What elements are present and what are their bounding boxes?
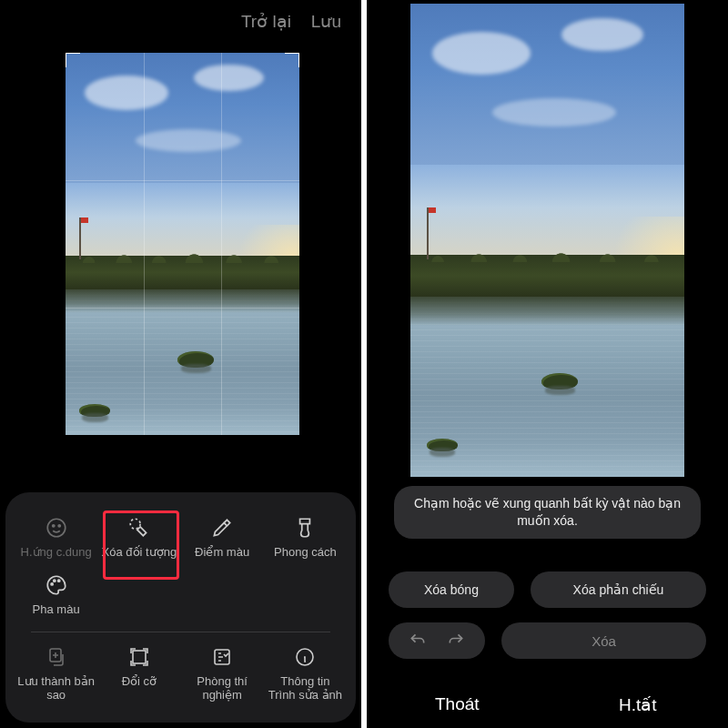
undo-button[interactable]	[409, 632, 427, 650]
tool-color-point[interactable]: Điểm màu	[181, 509, 264, 567]
footer: Thoát H.tất	[367, 694, 728, 715]
eyedropper-icon	[210, 516, 234, 540]
svg-point-6	[57, 580, 59, 581]
edit-screen: Trở lại Lưu	[0, 0, 364, 728]
palette-icon	[45, 573, 68, 597]
photo-canvas[interactable]	[410, 4, 684, 477]
action-row: Xóa bóng Xóa phản chiếu	[389, 571, 706, 608]
back-button[interactable]: Trở lại	[241, 11, 291, 32]
btn-remove-reflection[interactable]: Xóa phản chiếu	[531, 571, 706, 608]
btn-label: Đổi cỡ	[122, 674, 157, 689]
save-button[interactable]: Lưu	[311, 11, 341, 32]
btn-info[interactable]: Thông tin Trình sửa ảnh	[264, 638, 347, 710]
crop-handle-tl[interactable]	[66, 53, 80, 67]
hint-text: Chạm hoặc vẽ xung quanh bất kỳ vật nào b…	[394, 486, 701, 539]
photo-preview	[410, 4, 684, 477]
btn-save-copy[interactable]: Lưu thành bản sao	[15, 638, 97, 710]
resize-icon	[127, 645, 151, 669]
lab-icon	[210, 645, 234, 669]
brush-icon	[293, 516, 317, 540]
btn-label: Phòng thí nghiệm	[183, 674, 262, 703]
svg-point-5	[53, 580, 55, 581]
tool-label: Điểm màu	[195, 545, 249, 560]
svg-point-0	[47, 519, 66, 537]
tool-drawer: H.ứng c.dung Xóa đối tượng Điểm màu	[5, 492, 356, 723]
btn-delete[interactable]: Xóa	[501, 622, 706, 659]
done-button[interactable]: H.tất	[548, 694, 729, 715]
exit-button[interactable]: Thoát	[367, 694, 548, 715]
tool-portrait-effect[interactable]: H.ứng c.dung	[15, 509, 97, 567]
crop-handle-tr[interactable]	[285, 53, 299, 67]
undo-redo-group	[389, 622, 485, 659]
remove-object-screen: Chạm hoặc vẽ xung quanh bất kỳ vật nào b…	[364, 0, 728, 728]
tool-label: Xóa đối tượng	[102, 545, 177, 560]
btn-lab[interactable]: Phòng thí nghiệm	[181, 638, 264, 710]
copy-icon	[45, 645, 68, 669]
tool-label: Phong cách	[274, 545, 337, 560]
tool-color-mix[interactable]: Pha màu	[15, 566, 97, 624]
header: Trở lại Lưu	[0, 0, 361, 42]
photo-preview	[66, 53, 299, 435]
tool-style[interactable]: Phong cách	[264, 509, 347, 567]
face-icon	[45, 516, 68, 540]
redo-button[interactable]	[447, 632, 465, 650]
crop-canvas[interactable]	[66, 53, 299, 435]
svg-rect-8	[133, 651, 146, 663]
btn-label: Lưu thành bản sao	[16, 674, 96, 703]
svg-point-1	[52, 524, 54, 526]
divider	[31, 632, 330, 632]
btn-resize[interactable]: Đổi cỡ	[97, 638, 180, 710]
btn-label: Thông tin Trình sửa ảnh	[266, 674, 345, 703]
undo-row: Xóa	[389, 622, 706, 659]
svg-point-4	[51, 583, 53, 585]
eraser-icon	[127, 516, 151, 540]
btn-remove-shadow[interactable]: Xóa bóng	[389, 571, 514, 608]
tool-label: Pha màu	[33, 602, 80, 617]
svg-point-2	[58, 524, 60, 526]
tool-remove-object[interactable]: Xóa đối tượng	[97, 509, 180, 567]
tool-label: H.ứng c.dung	[21, 545, 92, 560]
info-icon	[293, 645, 317, 669]
